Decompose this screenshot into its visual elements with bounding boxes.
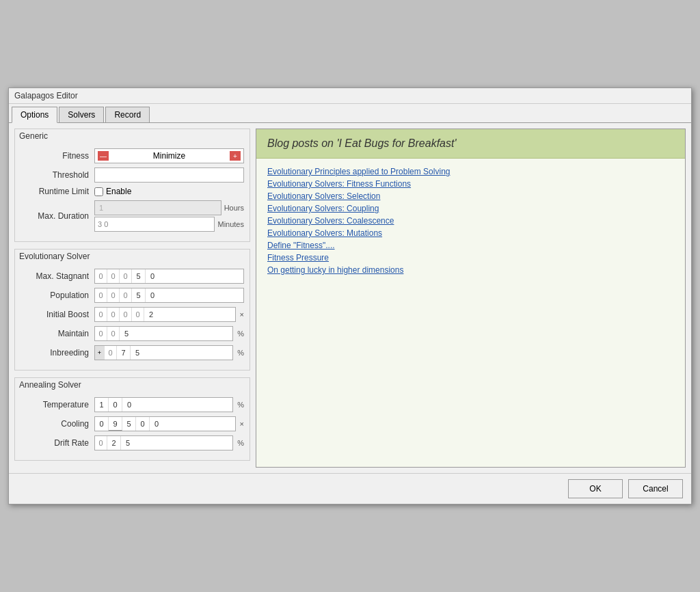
hours-row: 1 Hours	[94, 200, 244, 215]
evolutionary-section: Evolutionary Solver Max. Stagnant 0 0 0 …	[14, 249, 250, 371]
blog-link-0[interactable]: Evolutionary Principles applied to Probl…	[267, 167, 674, 176]
temperature-row: Temperature 1 0 0 %	[21, 397, 244, 412]
right-panel: Blog posts on 'I Eat Bugs for Breakfast'…	[256, 129, 686, 468]
inbreeding-value: + 0 7 5 %	[94, 345, 244, 360]
drift-rate-value: 0 2 5 %	[94, 435, 244, 450]
tab-options[interactable]: Options	[12, 107, 57, 123]
runtime-limit-row: Runtime Limit Enable	[21, 187, 244, 196]
main-window: Galapagos Editor Options Solvers Record …	[8, 88, 692, 504]
cooling-value: 0 9 5 0 0 ×	[94, 416, 244, 431]
cooling-suffix: ×	[240, 420, 244, 428]
hours-cell: 1	[95, 201, 107, 215]
drift-rate-suffix: %	[237, 439, 244, 447]
generic-title: Generic	[15, 129, 250, 143]
ok-button[interactable]: OK	[568, 479, 623, 498]
threshold-input[interactable]	[94, 167, 244, 183]
minutes-input[interactable]: 3 0	[94, 217, 215, 232]
max-duration-label: Max. Duration	[21, 211, 89, 221]
blog-link-4[interactable]: Evolutionary Solvers: Coalescence	[267, 216, 674, 226]
inbreeding-row: Inbreeding + 0 7 5 %	[21, 345, 244, 360]
blog-header: Blog posts on 'I Eat Bugs for Breakfast'	[256, 129, 685, 159]
threshold-label: Threshold	[21, 170, 89, 180]
drift-rate-row: Drift Rate 0 2 5 %	[21, 435, 244, 450]
drift-rate-input[interactable]: 0 2 5	[94, 435, 233, 450]
title-bar: Galapagos Editor	[9, 88, 691, 104]
tab-record[interactable]: Record	[105, 107, 150, 122]
left-panel: Generic Fitness — Minimize +	[14, 129, 250, 468]
maintain-value: 0 0 5 %	[94, 326, 244, 341]
inbreeding-prefix: +	[95, 346, 105, 360]
maintain-label: Maintain	[21, 329, 89, 338]
blog-link-3[interactable]: Evolutionary Solvers: Coupling	[267, 204, 674, 213]
temperature-value: 1 0 0 %	[94, 397, 244, 412]
blog-link-6[interactable]: Define "Fitness"....	[267, 241, 674, 250]
tab-bar: Options Solvers Record	[9, 104, 691, 123]
max-stagnant-input[interactable]: 0 0 0 5 0	[94, 269, 244, 284]
tab-solvers[interactable]: Solvers	[59, 107, 104, 122]
fitness-minus-button[interactable]: —	[98, 151, 109, 161]
threshold-row: Threshold	[21, 167, 244, 183]
fitness-row: Fitness — Minimize +	[21, 148, 244, 163]
blog-link-1[interactable]: Evolutionary Solvers: Fitness Functions	[267, 179, 674, 189]
inbreeding-suffix: %	[237, 349, 244, 357]
minutes-row: 3 0 Minutes	[94, 217, 244, 232]
population-input[interactable]: 0 0 0 5 0	[94, 288, 244, 303]
maintain-row: Maintain 0 0 5 %	[21, 326, 244, 341]
threshold-value	[94, 167, 244, 183]
cooling-input[interactable]: 0 9 5 0 0	[94, 416, 236, 431]
fitness-value: — Minimize +	[94, 148, 244, 163]
minutes-cell: 3 0	[95, 217, 111, 231]
minutes-suffix: Minutes	[217, 220, 244, 228]
window-title: Galapagos Editor	[14, 91, 78, 100]
maintain-input[interactable]: 0 0 5	[94, 326, 233, 341]
max-stagnant-row: Max. Stagnant 0 0 0 5 0	[21, 269, 244, 284]
enable-checkbox-row: Enable	[94, 187, 131, 196]
main-content: Generic Fitness — Minimize +	[9, 123, 691, 473]
blog-link-2[interactable]: Evolutionary Solvers: Selection	[267, 191, 674, 201]
temperature-input[interactable]: 1 0 0	[94, 397, 233, 412]
initial-boost-value: 0 0 0 0 2 ×	[94, 307, 244, 322]
initial-boost-input[interactable]: 0 0 0 0 2	[94, 307, 236, 322]
max-stagnant-value: 0 0 0 5 0	[94, 269, 244, 284]
blog-link-8[interactable]: On getting lucky in higher dimensions	[267, 265, 674, 275]
blog-link-5[interactable]: Evolutionary Solvers: Mutations	[267, 228, 674, 238]
evolutionary-title: Evolutionary Solver	[15, 250, 250, 263]
drift-rate-label: Drift Rate	[21, 438, 89, 448]
cancel-button[interactable]: Cancel	[628, 479, 683, 498]
initial-boost-suffix: ×	[240, 310, 244, 319]
fitness-plus-button[interactable]: +	[230, 151, 241, 161]
cooling-label: Cooling	[21, 419, 89, 429]
hours-input[interactable]: 1	[94, 200, 221, 215]
duration-group: 1 Hours 3 0 Minutes	[94, 200, 244, 232]
max-duration-value: 1 Hours 3 0 Minutes	[94, 200, 244, 232]
annealing-title: Annealing Solver	[15, 378, 250, 392]
fitness-mode: Minimize	[111, 151, 227, 161]
max-duration-row: Max. Duration 1 Hours	[21, 200, 244, 232]
fitness-label: Fitness	[21, 151, 89, 161]
annealing-section: Annealing Solver Temperature 1 0 0 %	[14, 377, 250, 461]
hours-suffix: Hours	[224, 204, 244, 212]
temperature-suffix: %	[237, 401, 244, 409]
generic-section: Generic Fitness — Minimize +	[14, 129, 250, 242]
fitness-control: — Minimize +	[94, 148, 244, 163]
initial-boost-row: Initial Boost 0 0 0 0 2 ×	[21, 307, 244, 322]
maintain-suffix: %	[237, 329, 244, 338]
blog-link-7[interactable]: Fitness Pressure	[267, 253, 674, 263]
footer: OK Cancel	[9, 473, 691, 504]
enable-label: Enable	[106, 187, 131, 196]
runtime-limit-value: Enable	[94, 187, 244, 196]
max-stagnant-label: Max. Stagnant	[21, 271, 89, 281]
cooling-row: Cooling 0 9 5 0 0 ×	[21, 416, 244, 431]
population-row: Population 0 0 0 5 0	[21, 288, 244, 303]
population-label: Population	[21, 291, 89, 300]
runtime-limit-label: Runtime Limit	[21, 187, 89, 196]
blog-links-container: Evolutionary Principles applied to Probl…	[256, 159, 685, 286]
initial-boost-label: Initial Boost	[21, 310, 89, 319]
population-value: 0 0 0 5 0	[94, 288, 244, 303]
inbreeding-label: Inbreeding	[21, 348, 89, 358]
temperature-label: Temperature	[21, 400, 89, 409]
runtime-enable-checkbox[interactable]	[94, 187, 103, 196]
inbreeding-input[interactable]: + 0 7 5	[94, 345, 233, 360]
